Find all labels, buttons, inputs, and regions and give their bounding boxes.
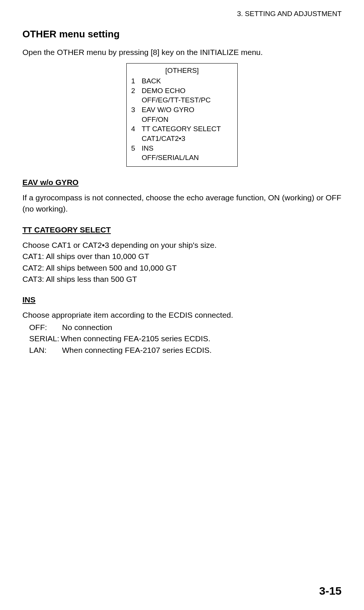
menu-item: 4 TT CATEGORY SELECT <box>131 124 233 134</box>
running-header: 3. SETTING AND ADJUSTMENT <box>22 10 342 18</box>
others-menu-title: [OTHERS] <box>131 66 233 76</box>
subsection-eav-heading: EAV w/o GYRO <box>22 178 342 187</box>
menu-item-number-blank <box>131 115 142 124</box>
ins-option-value: No connection <box>62 322 342 333</box>
menu-item-sub: CAT1/CAT2•3 <box>131 134 233 144</box>
menu-item-label: EAV W/O GYRO <box>142 105 233 115</box>
ins-option-key: OFF: <box>29 322 62 333</box>
menu-item-sublabel: OFF/EG/TT-TEST/PC <box>142 95 233 105</box>
ins-option-key: SERIAL: <box>29 333 59 344</box>
subsection-tt-line4: CAT3: All ships less than 500 GT <box>22 274 342 285</box>
menu-item-label: TT CATEGORY SELECT <box>142 124 233 134</box>
menu-item-number: 5 <box>131 144 142 153</box>
menu-item: 1 BACK <box>131 76 233 86</box>
menu-item: 5 INS <box>131 144 233 153</box>
ins-option-key: LAN: <box>29 345 62 356</box>
menu-item-sublabel: OFF/ON <box>142 115 233 124</box>
subsection-eav-body: If a gyrocompass is not connected, choos… <box>22 192 342 215</box>
page-number: 3-15 <box>319 585 342 597</box>
ins-option-row: LAN: When connecting FEA-2107 series ECD… <box>29 345 342 356</box>
menu-item: 3 EAV W/O GYRO <box>131 105 233 115</box>
ins-option-row: OFF: No connection <box>29 322 342 333</box>
menu-item-number-blank <box>131 95 142 105</box>
menu-item-sub: OFF/EG/TT-TEST/PC <box>131 95 233 105</box>
menu-item-number-blank <box>131 134 142 144</box>
page: 3. SETTING AND ADJUSTMENT OTHER menu set… <box>0 0 364 610</box>
menu-item-label: BACK <box>142 76 233 86</box>
menu-item-number: 4 <box>131 124 142 134</box>
intro-paragraph: Open the OTHER menu by pressing [8] key … <box>22 47 342 58</box>
menu-item-sub: OFF/SERIAL/LAN <box>131 153 233 163</box>
subsection-ins-options: OFF: No connection SERIAL: When connecti… <box>22 322 342 356</box>
menu-item-number: 3 <box>131 105 142 115</box>
menu-item-number-blank <box>131 153 142 163</box>
others-menu-box: [OTHERS] 1 BACK 2 DEMO ECHO OFF/EG/TT-TE… <box>126 63 238 166</box>
section-heading: OTHER menu setting <box>22 28 342 40</box>
subsection-tt-line2: CAT1: All ships over than 10,000 GT <box>22 251 342 262</box>
menu-item-label: DEMO ECHO <box>142 86 233 96</box>
subsection-ins-heading: INS <box>22 295 342 304</box>
menu-item-sub: OFF/ON <box>131 115 233 124</box>
subsection-tt-heading: TT CATEGORY SELECT <box>22 225 342 234</box>
subsection-tt-line1: Choose CAT1 or CAT2•3 depending on your … <box>22 240 342 251</box>
menu-item-number: 1 <box>131 76 142 86</box>
ins-option-row: SERIAL: When connecting FEA-2105 series … <box>29 333 342 344</box>
menu-item-label: INS <box>142 144 233 153</box>
ins-option-value: When connecting FEA-2105 series ECDIS. <box>59 333 342 344</box>
menu-item-number: 2 <box>131 86 142 96</box>
ins-option-value: When connecting FEA-2107 series ECDIS. <box>62 345 342 356</box>
menu-item-sublabel: CAT1/CAT2•3 <box>142 134 233 144</box>
subsection-ins-body: Choose appropriate item according to the… <box>22 309 342 321</box>
subsection-tt-line3: CAT2: All ships between 500 and 10,000 G… <box>22 262 342 274</box>
menu-item: 2 DEMO ECHO <box>131 86 233 96</box>
menu-item-sublabel: OFF/SERIAL/LAN <box>142 153 233 163</box>
